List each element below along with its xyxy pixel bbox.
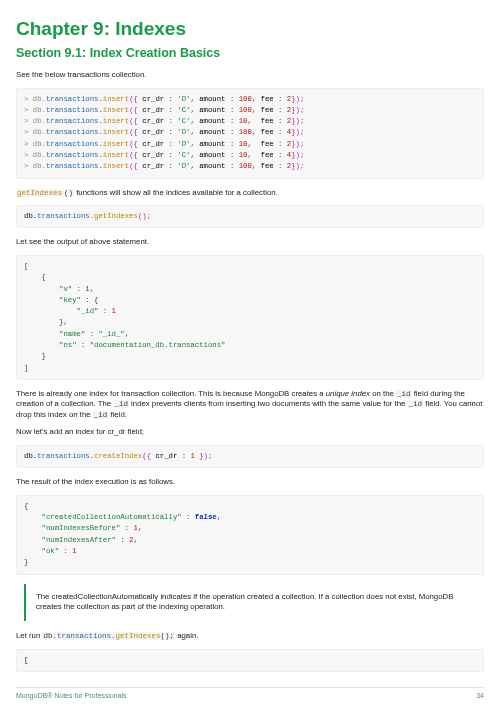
- code-block-final: [: [16, 649, 484, 672]
- para-addindex: Now let's add an index for cr_dr field;: [16, 427, 484, 438]
- code-block-inserts: > db.transactions.insert({ cr_dr : 'D', …: [16, 88, 484, 179]
- para-explain-unique: There is already one index for transacti…: [16, 389, 484, 421]
- para-result: The result of the index execution is as …: [16, 477, 484, 488]
- code-block-result: { "createdCollectionAutomatically" : fal…: [16, 495, 484, 575]
- code-block-createindex: db.transactions.createIndex({ cr_dr : 1 …: [16, 445, 484, 468]
- footer-page-number: 34: [476, 692, 484, 699]
- para-letrun: Let run db.transactions.getIndexes(); ag…: [16, 631, 484, 642]
- note-text: The createdCollectionAutomatically indic…: [36, 592, 453, 612]
- para-getindexes: getIndexes() functions will show all the…: [16, 188, 484, 199]
- footer-left: MongoDB® Notes for Professionals: [16, 692, 127, 699]
- para-intro: See the below transactions collection.: [16, 70, 484, 81]
- code-block-output1: [ { "v" : 1, "key" : { "_id" : 1 }, "nam…: [16, 255, 484, 380]
- code-block-getindexes: db.transactions.getIndexes();: [16, 205, 484, 228]
- note-box: The createdCollectionAutomatically indic…: [24, 584, 484, 622]
- para-output: Let see the output of above statement.: [16, 237, 484, 248]
- getindexes-inline: getIndexes: [16, 189, 63, 197]
- footer: MongoDB® Notes for Professionals 34: [16, 687, 484, 699]
- chapter-title: Chapter 9: Indexes: [16, 18, 484, 40]
- section-title: Section 9.1: Index Creation Basics: [16, 46, 484, 60]
